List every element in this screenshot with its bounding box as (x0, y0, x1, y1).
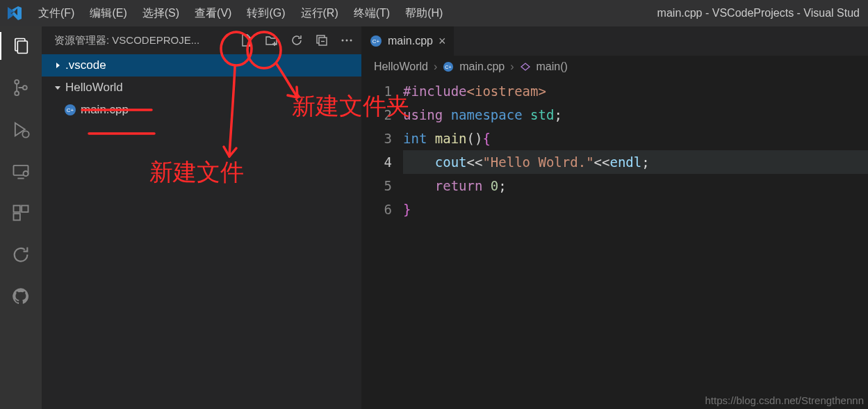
line-gutter: 1 2 3 4 5 6 (361, 79, 403, 409)
line-number: 2 (361, 103, 392, 127)
run-debug-icon[interactable] (10, 118, 32, 141)
file-tree: .vscode HelloWorld C+ main.cpp (42, 54, 361, 409)
cpp-file-icon: C+ (443, 61, 454, 72)
code-line[interactable]: int main(){ (403, 127, 868, 150)
cpp-file-icon: C+ (370, 35, 382, 47)
svg-rect-8 (14, 206, 20, 212)
tree-folder-vscode[interactable]: .vscode (42, 54, 361, 77)
svg-text:C+: C+ (67, 107, 74, 113)
svg-rect-1 (17, 41, 27, 54)
code-line[interactable]: return 0; (403, 174, 868, 198)
refresh-icon[interactable] (289, 33, 304, 48)
sidebar-title: 资源管理器: VSCODEPROJE... (54, 34, 199, 47)
tree-label: HelloWorld (65, 81, 123, 95)
window-title: main.cpp - VSCodeProjects - Visual Stud (657, 7, 862, 19)
svg-point-5 (22, 131, 28, 137)
remote-icon[interactable] (10, 160, 32, 182)
code-lines[interactable]: #include<iostream> using namespace std; … (403, 79, 868, 409)
svg-point-7 (24, 171, 28, 176)
menu-view[interactable]: 查看(V) (187, 6, 239, 21)
tree-label: .vscode (65, 58, 106, 72)
symbol-function-icon (520, 61, 531, 72)
new-folder-icon[interactable] (264, 33, 279, 48)
vscode-logo-icon (6, 4, 24, 22)
explorer-sidebar: 资源管理器: VSCODEPROJE... (42, 26, 361, 409)
svg-point-2 (15, 80, 19, 84)
github-icon[interactable] (10, 285, 32, 307)
tree-label: main.cpp (81, 103, 129, 117)
svg-point-4 (23, 86, 27, 90)
tab-close-icon[interactable]: × (439, 34, 446, 49)
extensions-icon[interactable] (10, 202, 32, 224)
sidebar-header: 资源管理器: VSCODEPROJE... (42, 26, 361, 54)
svg-point-13 (342, 40, 344, 42)
chevron-down-icon (53, 83, 65, 93)
code-editor[interactable]: 1 2 3 4 5 6 #include<iostream> using nam… (361, 78, 868, 409)
collapse-all-icon[interactable] (314, 33, 329, 48)
back-icon[interactable] (10, 243, 32, 266)
menu-select[interactable]: 选择(S) (135, 6, 187, 21)
watermark: https://blog.csdn.net/Strengthennn (705, 394, 865, 406)
more-icon[interactable] (339, 33, 354, 48)
menu-file[interactable]: 文件(F) (31, 6, 82, 21)
code-line[interactable]: cout<<"Hello Wolrd."<<endl; (403, 150, 868, 174)
svg-point-14 (346, 40, 348, 42)
activity-bar (0, 26, 42, 409)
code-line[interactable]: } (403, 198, 868, 221)
breadcrumb[interactable]: HelloWorld › C+ main.cpp › main() (361, 56, 868, 78)
code-line[interactable]: #include<iostream> (403, 79, 868, 103)
code-line[interactable]: using namespace std; (403, 103, 868, 127)
svg-point-3 (15, 91, 19, 95)
tab-bar: C+ main.cpp × (361, 26, 868, 56)
chevron-right-icon: › (434, 61, 437, 73)
line-number: 1 (361, 79, 392, 103)
menu-go[interactable]: 转到(G) (239, 6, 293, 21)
new-file-icon[interactable] (239, 33, 254, 48)
cpp-file-icon: C+ (64, 104, 76, 116)
editor-area: C+ main.cpp × HelloWorld › C+ main.cpp ›… (361, 26, 868, 409)
breadcrumb-seg[interactable]: HelloWorld (374, 61, 428, 73)
breadcrumb-seg[interactable]: main() (537, 61, 568, 73)
chevron-right-icon (53, 61, 65, 70)
tab-label: main.cpp (388, 35, 433, 47)
svg-point-15 (350, 40, 352, 42)
tab-maincpp[interactable]: C+ main.cpp × (361, 26, 455, 56)
line-number: 4 (361, 150, 392, 174)
svg-text:C+: C+ (445, 65, 452, 70)
explorer-icon[interactable] (10, 35, 32, 57)
svg-rect-9 (22, 206, 28, 212)
line-number: 5 (361, 174, 392, 198)
title-bar: 文件(F) 编辑(E) 选择(S) 查看(V) 转到(G) 运行(R) 终端(T… (0, 0, 868, 26)
svg-text:C+: C+ (372, 38, 380, 45)
svg-rect-10 (14, 214, 20, 220)
chevron-right-icon: › (510, 61, 514, 73)
source-control-icon[interactable] (10, 77, 32, 99)
line-number: 3 (361, 127, 392, 150)
tree-folder-helloworld[interactable]: HelloWorld (42, 77, 361, 99)
breadcrumb-seg[interactable]: main.cpp (459, 61, 505, 73)
menu-run[interactable]: 运行(R) (293, 6, 346, 21)
menu-terminal[interactable]: 终端(T) (346, 6, 398, 21)
menu-help[interactable]: 帮助(H) (398, 6, 450, 21)
line-number: 6 (361, 198, 392, 221)
tree-file-maincpp[interactable]: C+ main.cpp (42, 99, 361, 121)
menu-edit[interactable]: 编辑(E) (82, 6, 134, 21)
